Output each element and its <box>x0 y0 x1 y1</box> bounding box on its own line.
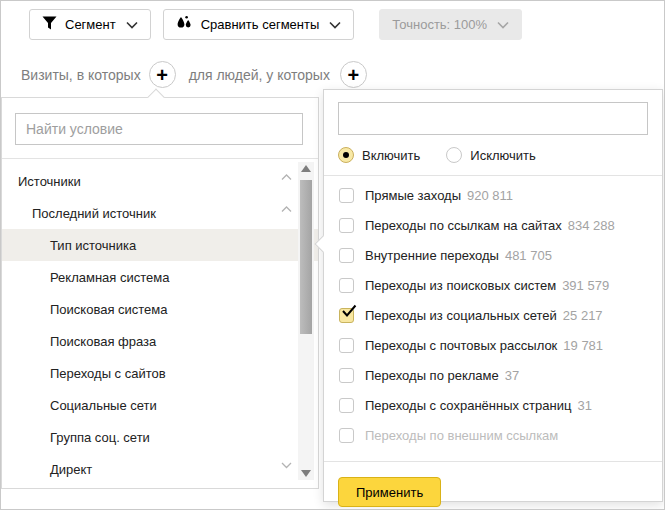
condition-tree-panel: Источники Последний источник Тип источни… <box>1 97 319 489</box>
tree-item-search-phrase[interactable]: Поисковая фраза <box>2 325 318 357</box>
chevron-down-icon[interactable] <box>281 462 292 469</box>
option-count: 31 <box>577 398 591 413</box>
option-link-traffic[interactable]: Переходы по ссылкам на сайтах 834 288 <box>324 210 662 240</box>
tree-item-label: Поисковая система <box>50 302 168 317</box>
checkbox-icon[interactable] <box>339 368 354 383</box>
tree-item-label: Директ <box>50 462 92 477</box>
checkbox-icon[interactable] <box>339 218 354 233</box>
exclude-radio-label: Исключить <box>470 148 536 163</box>
option-label: Переходы из поисковых систем <box>365 278 556 293</box>
tree-item-last-source[interactable]: Последний источник <box>2 197 318 229</box>
tree-item-label: Последний источник <box>32 206 156 221</box>
include-radio[interactable]: Включить <box>338 147 420 163</box>
condition-search-input[interactable] <box>15 113 303 145</box>
filter-icon <box>42 16 57 33</box>
segment-button[interactable]: Сегмент <box>29 9 151 40</box>
segmentation-widget: Сегмент Сравнить сегменты Точность: 100%… <box>0 0 665 510</box>
option-email-traffic[interactable]: Переходы с почтовых рассылок 19 781 <box>324 330 662 360</box>
check-icon <box>341 304 357 322</box>
radio-icon <box>338 147 354 163</box>
scrollbar-thumb[interactable] <box>300 180 312 334</box>
option-saved-pages-traffic[interactable]: Переходы с сохранённых страниц 31 <box>324 390 662 420</box>
option-label: Переходы с сохранённых страниц <box>365 398 571 413</box>
include-exclude-radios: Включить Исключить <box>338 146 648 164</box>
chevron-down-icon <box>126 21 138 29</box>
add-people-condition-button[interactable]: + <box>340 61 367 88</box>
tree-item-label: Группа соц. сети <box>50 430 150 445</box>
tree-item-site-referrals[interactable]: Переходы с сайтов <box>2 357 318 389</box>
option-label: Переходы по рекламе <box>365 368 499 383</box>
divider <box>324 461 662 462</box>
tree-item-social-networks[interactable]: Социальные сети <box>2 389 318 421</box>
tree-item-label: Тип источника <box>50 238 136 253</box>
option-label: Переходы по ссылкам на сайтах <box>365 218 562 233</box>
chevron-down-icon <box>497 21 509 29</box>
callout-notch-up <box>148 89 165 106</box>
compare-segments-label: Сравнить сегменты <box>201 17 320 32</box>
include-radio-label: Включить <box>362 148 420 163</box>
scroll-down-icon[interactable] <box>301 470 311 477</box>
option-count: 391 579 <box>562 278 609 293</box>
option-count: 25 217 <box>563 308 603 323</box>
checkbox-icon[interactable] <box>339 278 354 293</box>
visits-condition-label: Визиты, в которых <box>21 67 141 83</box>
tree-item-label: Поисковая фраза <box>50 334 156 349</box>
tree-item-ad-system[interactable]: Рекламная система <box>2 261 318 293</box>
option-internal-traffic[interactable]: Внутренние переходы 481 705 <box>324 240 662 270</box>
accuracy-button[interactable]: Точность: 100% <box>379 9 522 40</box>
option-label: Прямые заходы <box>365 188 461 203</box>
option-count: 920 811 <box>467 188 513 203</box>
tree-item-label: Переходы с сайтов <box>50 366 166 381</box>
tree-item-social-group[interactable]: Группа соц. сети <box>2 421 318 453</box>
options-list: Прямые заходы 920 811 Переходы по ссылка… <box>324 176 662 450</box>
option-social-traffic[interactable]: Переходы из социальных сетей 25 217 <box>324 300 662 330</box>
tree-item-sources[interactable]: Источники <box>2 165 318 197</box>
chevron-down-icon <box>329 21 341 29</box>
condition-bar: Визиты, в которых + для людей, у которых… <box>21 61 367 88</box>
checkbox-icon[interactable] <box>339 188 354 203</box>
option-count: 37 <box>505 368 519 383</box>
add-visit-condition-button[interactable]: + <box>149 61 176 88</box>
option-label: Переходы с почтовых рассылок <box>365 338 557 353</box>
tree-item-label: Рекламная система <box>50 270 169 285</box>
drops-icon <box>176 15 193 34</box>
value-filter-input[interactable] <box>338 102 648 135</box>
option-count: 481 705 <box>505 248 552 263</box>
toolbar: Сегмент Сравнить сегменты Точность: 100% <box>29 9 522 40</box>
scroll-up-icon[interactable] <box>301 165 311 172</box>
option-ad-traffic[interactable]: Переходы по рекламе 37 <box>324 360 662 390</box>
option-search-traffic[interactable]: Переходы из поисковых систем 391 579 <box>324 270 662 300</box>
option-direct-traffic[interactable]: Прямые заходы 920 811 <box>324 180 662 210</box>
option-count: 19 781 <box>563 338 603 353</box>
option-count: 834 288 <box>568 218 615 233</box>
segment-button-label: Сегмент <box>65 17 116 32</box>
value-selector-popup: Включить Исключить Прямые заходы 920 811… <box>323 89 663 502</box>
checkbox-icon[interactable] <box>339 248 354 263</box>
option-label: Внутренние переходы <box>365 248 499 263</box>
exclude-radio[interactable]: Исключить <box>446 147 536 163</box>
tree-item-source-type[interactable]: Тип источника <box>2 229 318 261</box>
checkbox-icon[interactable] <box>339 428 354 443</box>
tree-item-label: Социальные сети <box>50 398 157 413</box>
chevron-up-icon[interactable] <box>281 174 292 181</box>
checkbox-checked-icon[interactable] <box>339 308 354 323</box>
option-external-links-traffic[interactable]: Переходы по внешним ссылкам <box>324 420 662 450</box>
compare-segments-button[interactable]: Сравнить сегменты <box>163 9 355 40</box>
checkbox-icon[interactable] <box>339 398 354 413</box>
tree-scrollbar[interactable] <box>298 162 314 480</box>
tree-item-search-engine[interactable]: Поисковая система <box>2 293 318 325</box>
chevron-up-icon[interactable] <box>281 206 292 213</box>
checkbox-icon[interactable] <box>339 338 354 353</box>
people-condition-label: для людей, у которых <box>189 67 330 83</box>
apply-button[interactable]: Применить <box>338 477 441 507</box>
accuracy-label: Точность: 100% <box>392 17 487 32</box>
tree-item-direct[interactable]: Директ <box>2 453 318 485</box>
tree-item-label: Источники <box>18 174 81 189</box>
option-label: Переходы из социальных сетей <box>365 308 557 323</box>
option-label: Переходы по внешним ссылкам <box>365 428 558 443</box>
radio-icon <box>446 147 462 163</box>
condition-tree: Источники Последний источник Тип источни… <box>2 158 318 488</box>
